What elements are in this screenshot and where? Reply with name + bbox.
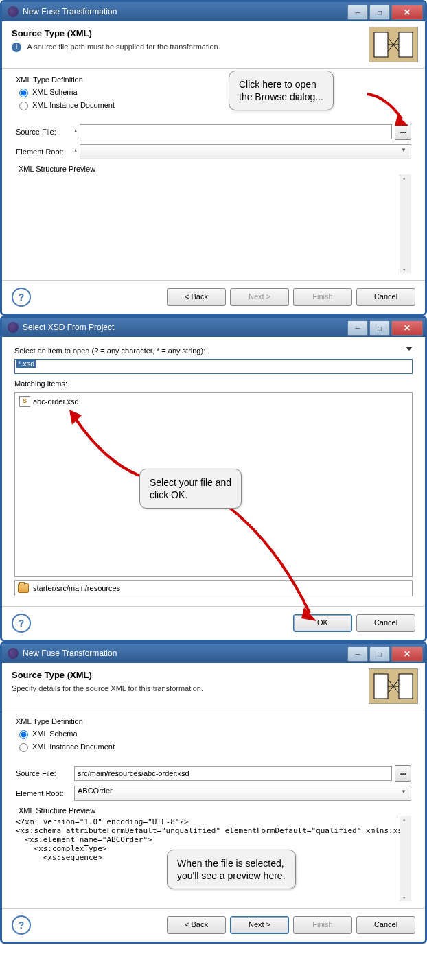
window-title: New Fuse Transformation xyxy=(23,649,346,658)
window-title: New Fuse Transformation xyxy=(23,7,346,16)
scrollbar[interactable] xyxy=(400,816,411,901)
finish-button: Finish xyxy=(293,916,352,934)
element-root-select[interactable] xyxy=(80,144,411,159)
radio-xml-schema[interactable]: XML Schema xyxy=(16,728,411,739)
next-button[interactable]: Next > xyxy=(230,916,289,934)
back-button[interactable]: < Back xyxy=(167,288,226,306)
help-button[interactable]: ? xyxy=(12,288,31,307)
filter-input[interactable]: *.xsd xyxy=(14,359,413,374)
cancel-button[interactable]: Cancel xyxy=(356,916,415,934)
header-text: Specify details for the source XML for t… xyxy=(12,684,203,692)
next-button: Next > xyxy=(230,288,289,306)
list-item-label: abc-order.xsd xyxy=(33,397,79,406)
source-file-label: Source File: xyxy=(16,769,74,778)
path-text: starter/src/main/resources xyxy=(33,584,120,592)
required-asterisk: * xyxy=(74,128,77,136)
preview-box xyxy=(16,174,411,273)
eclipse-icon xyxy=(8,648,19,659)
svg-rect-1 xyxy=(399,32,413,57)
header-text: A source file path must be supplied for … xyxy=(27,43,220,51)
close-button[interactable]: ✕ xyxy=(391,5,423,20)
source-file-label: Source File: xyxy=(16,128,74,136)
radio-xml-instance-label: XML Instance Document xyxy=(32,101,115,109)
transform-icon xyxy=(369,668,418,704)
info-icon: i xyxy=(12,43,21,52)
path-box: starter/src/main/resources xyxy=(14,580,413,596)
radio-xml-instance[interactable]: XML Instance Document xyxy=(16,741,411,752)
minimize-button[interactable]: ─ xyxy=(347,5,368,20)
scrollbar[interactable] xyxy=(400,174,411,273)
radio-xml-schema-input[interactable] xyxy=(19,730,28,739)
maximize-button[interactable]: □ xyxy=(369,5,390,20)
titlebar: New Fuse Transformation ─ □ ✕ xyxy=(2,2,425,21)
callout-browse: Click here to open the Browse dialog... xyxy=(229,71,334,110)
xsd-file-icon: S xyxy=(19,396,30,407)
preview-label: XML Structure Preview xyxy=(19,806,411,815)
help-button[interactable]: ? xyxy=(12,915,31,935)
matching-label: Matching items: xyxy=(14,380,413,388)
arrow-browse xyxy=(366,91,414,132)
window-title: Select XSD From Project xyxy=(23,323,346,332)
radio-xml-schema-input[interactable] xyxy=(19,89,28,97)
xml-type-label: XML Type Definition xyxy=(16,717,411,725)
maximize-button[interactable]: □ xyxy=(369,320,390,336)
titlebar: Select XSD From Project ─ □ ✕ xyxy=(2,318,425,337)
source-file-input[interactable] xyxy=(80,124,392,139)
callout-select: Select your file and click OK. xyxy=(139,469,242,509)
browse-button[interactable]: ... xyxy=(395,765,411,782)
xml-type-label: XML Type Definition xyxy=(16,75,411,84)
required-asterisk: * xyxy=(74,148,77,156)
close-button[interactable]: ✕ xyxy=(391,320,423,336)
help-button[interactable]: ? xyxy=(12,614,31,633)
radio-xml-instance-input[interactable] xyxy=(19,102,28,110)
svg-rect-0 xyxy=(374,32,388,57)
back-button[interactable]: < Back xyxy=(167,916,226,934)
folder-icon xyxy=(18,583,29,593)
eclipse-icon xyxy=(8,322,19,333)
header-title: Source Type (XML) xyxy=(12,28,415,38)
minimize-button[interactable]: ─ xyxy=(347,320,368,336)
arrow-ok xyxy=(222,503,325,627)
maximize-button[interactable]: □ xyxy=(369,646,390,662)
titlebar: New Fuse Transformation ─ □ ✕ xyxy=(2,644,425,663)
cancel-button[interactable]: Cancel xyxy=(356,614,415,632)
callout-preview: When the file is selected, you'll see a … xyxy=(167,850,296,889)
list-item[interactable]: S abc-order.xsd xyxy=(18,395,409,408)
preview-label: XML Structure Preview xyxy=(19,165,411,173)
radio-xml-schema-label: XML Schema xyxy=(32,730,78,738)
source-file-input[interactable] xyxy=(74,766,392,781)
eclipse-icon xyxy=(8,6,19,17)
close-button[interactable]: ✕ xyxy=(391,646,423,662)
radio-xml-instance-label: XML Instance Document xyxy=(32,743,115,751)
transform-icon xyxy=(369,27,418,62)
menu-dropdown-icon[interactable] xyxy=(406,347,413,351)
arrow-file xyxy=(64,407,146,482)
element-root-label: Element Root: xyxy=(16,148,74,156)
radio-xml-schema[interactable]: XML Schema xyxy=(16,86,411,97)
svg-marker-6 xyxy=(69,410,82,425)
radio-xml-instance[interactable]: XML Instance Document xyxy=(16,100,411,110)
svg-rect-9 xyxy=(399,674,413,699)
radio-xml-schema-label: XML Schema xyxy=(32,88,78,96)
element-root-select[interactable]: ABCOrder xyxy=(74,786,411,801)
cancel-button[interactable]: Cancel xyxy=(356,288,415,306)
header-title: Source Type (XML) xyxy=(12,670,415,680)
radio-xml-instance-input[interactable] xyxy=(19,743,28,752)
finish-button: Finish xyxy=(293,288,352,306)
select-prompt: Select an item to open (? = any characte… xyxy=(14,347,413,355)
svg-rect-8 xyxy=(374,674,388,699)
element-root-label: Element Root: xyxy=(16,789,74,797)
minimize-button[interactable]: ─ xyxy=(347,646,368,662)
